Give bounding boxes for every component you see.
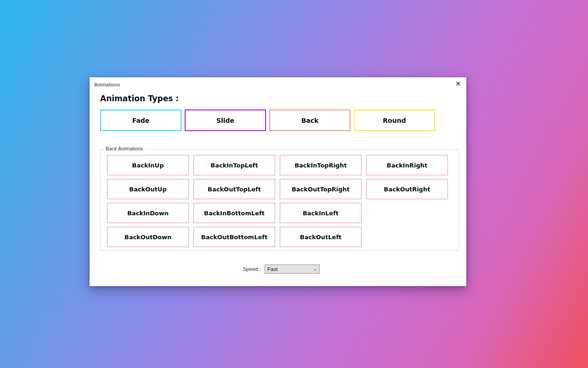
animation-button-backindown[interactable]: BackInDown — [107, 203, 189, 223]
animation-button-backoutdown[interactable]: BackOutDown — [107, 227, 189, 247]
animation-button-backoutbottomleft[interactable]: BackOutBottomLeft — [193, 227, 275, 247]
animation-button-backintopright[interactable]: BackInTopRight — [280, 155, 362, 175]
animations-window: Animations ✕ Animation Types : Fade Slid… — [90, 77, 466, 286]
animation-button-backinleft[interactable]: BackInLeft — [280, 203, 362, 223]
animation-button-backinright[interactable]: BackInRight — [366, 155, 448, 175]
back-animations-groupbox: Back Animations BackInUp BackInTopLeft B… — [100, 149, 459, 251]
type-button-back[interactable]: Back — [269, 109, 351, 131]
type-button-round[interactable]: Round — [354, 109, 435, 131]
speed-label: Speed : — [243, 266, 261, 272]
groupbox-label: Back Animations — [104, 146, 145, 151]
speed-select[interactable]: Fast ⌄ — [265, 264, 320, 274]
animation-button-backouttopright[interactable]: BackOutTopRight — [280, 179, 362, 199]
page-title: Animation Types : — [100, 94, 179, 103]
animation-button-backoutright[interactable]: BackOutRight — [366, 179, 448, 199]
chevron-down-icon: ⌄ — [311, 264, 319, 274]
animation-button-backouttopleft[interactable]: BackOutTopLeft — [193, 179, 275, 199]
type-button-fade[interactable]: Fade — [100, 109, 181, 131]
speed-selected-value: Fast — [265, 266, 311, 272]
animation-button-backinup[interactable]: BackInUp — [107, 155, 189, 175]
close-icon[interactable]: ✕ — [455, 80, 461, 87]
animation-button-backoutleft[interactable]: BackOutLeft — [280, 227, 362, 247]
type-button-slide[interactable]: Slide — [185, 109, 266, 131]
animation-button-backintopleft[interactable]: BackInTopLeft — [193, 155, 275, 175]
animation-type-buttons: Fade Slide Back Round — [100, 109, 435, 131]
back-animations-grid: BackInUp BackInTopLeft BackInTopRight Ba… — [107, 155, 448, 247]
animation-button-backinbottomleft[interactable]: BackInBottomLeft — [193, 203, 275, 223]
window-title: Animations — [94, 82, 120, 87]
animation-button-backoutup[interactable]: BackOutUp — [107, 179, 189, 199]
speed-row: Speed : Fast ⌄ — [90, 264, 466, 274]
